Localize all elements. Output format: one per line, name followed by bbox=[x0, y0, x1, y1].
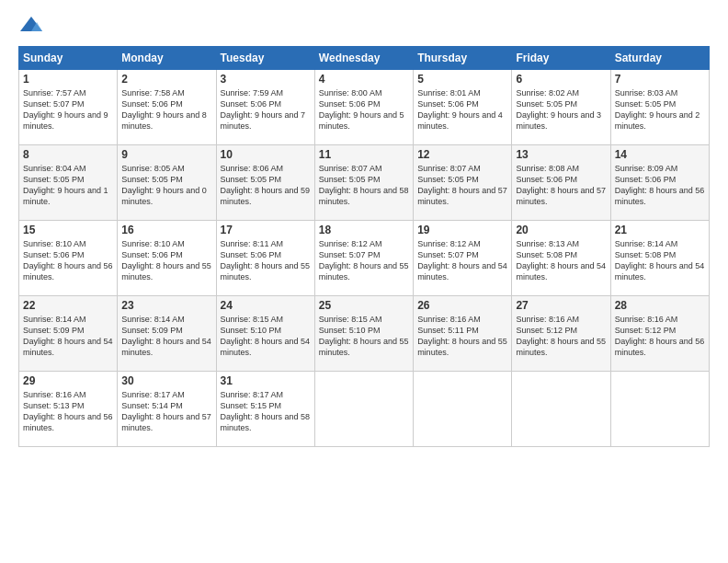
day-info: Sunrise: 8:09 AMSunset: 5:06 PMDaylight:… bbox=[615, 164, 705, 206]
day-number: 31 bbox=[221, 374, 311, 387]
calendar-week-5: 29 Sunrise: 8:16 AMSunset: 5:13 PMDaylig… bbox=[19, 372, 710, 447]
calendar-cell: 13 Sunrise: 8:08 AMSunset: 5:06 PMDaylig… bbox=[512, 145, 610, 221]
day-number: 22 bbox=[23, 299, 113, 312]
calendar-cell: 17 Sunrise: 8:11 AMSunset: 5:06 PMDaylig… bbox=[216, 221, 314, 296]
day-number: 19 bbox=[417, 224, 507, 236]
calendar-cell: 4 Sunrise: 8:00 AMSunset: 5:06 PMDayligh… bbox=[314, 70, 413, 145]
day-info: Sunrise: 8:14 AMSunset: 5:09 PMDaylight:… bbox=[121, 315, 211, 357]
day-info: Sunrise: 8:07 AMSunset: 5:05 PMDaylight:… bbox=[417, 164, 507, 206]
day-info: Sunrise: 8:01 AMSunset: 5:06 PMDaylight:… bbox=[417, 88, 503, 131]
calendar-cell: 2 Sunrise: 7:58 AMSunset: 5:06 PMDayligh… bbox=[118, 70, 216, 145]
day-number: 21 bbox=[615, 224, 705, 236]
calendar-cell: 27 Sunrise: 8:16 AMSunset: 5:12 PMDaylig… bbox=[512, 296, 610, 372]
day-number: 17 bbox=[221, 224, 311, 236]
day-number: 7 bbox=[615, 73, 705, 86]
calendar-body: 1 Sunrise: 7:57 AMSunset: 5:07 PMDayligh… bbox=[19, 70, 710, 447]
calendar-cell: 10 Sunrise: 8:06 AMSunset: 5:05 PMDaylig… bbox=[216, 145, 314, 221]
day-number: 30 bbox=[121, 374, 211, 387]
day-info: Sunrise: 7:59 AMSunset: 5:06 PMDaylight:… bbox=[221, 88, 306, 131]
calendar-header-wednesday: Wednesday bbox=[314, 47, 413, 70]
day-info: Sunrise: 8:17 AMSunset: 5:15 PMDaylight:… bbox=[221, 390, 311, 432]
day-info: Sunrise: 8:17 AMSunset: 5:14 PMDaylight:… bbox=[121, 390, 211, 432]
day-number: 13 bbox=[516, 148, 606, 161]
calendar-week-4: 22 Sunrise: 8:14 AMSunset: 5:09 PMDaylig… bbox=[19, 296, 710, 372]
calendar-cell: 23 Sunrise: 8:14 AMSunset: 5:09 PMDaylig… bbox=[118, 296, 216, 372]
calendar-cell: 28 Sunrise: 8:16 AMSunset: 5:12 PMDaylig… bbox=[610, 296, 709, 372]
calendar-cell bbox=[512, 372, 610, 447]
day-number: 9 bbox=[121, 148, 211, 161]
calendar-cell: 9 Sunrise: 8:05 AMSunset: 5:05 PMDayligh… bbox=[118, 145, 216, 221]
day-info: Sunrise: 8:16 AMSunset: 5:13 PMDaylight:… bbox=[23, 390, 113, 432]
calendar-header-thursday: Thursday bbox=[414, 47, 512, 70]
day-number: 24 bbox=[221, 299, 311, 312]
day-info: Sunrise: 7:57 AMSunset: 5:07 PMDaylight:… bbox=[23, 88, 108, 131]
day-info: Sunrise: 8:04 AMSunset: 5:05 PMDaylight:… bbox=[23, 164, 108, 206]
day-info: Sunrise: 8:06 AMSunset: 5:05 PMDaylight:… bbox=[221, 164, 311, 206]
day-info: Sunrise: 8:00 AMSunset: 5:06 PMDaylight:… bbox=[319, 88, 404, 131]
calendar-week-2: 8 Sunrise: 8:04 AMSunset: 5:05 PMDayligh… bbox=[19, 145, 710, 221]
calendar-header-row: SundayMondayTuesdayWednesdayThursdayFrid… bbox=[19, 47, 710, 70]
calendar-cell: 25 Sunrise: 8:15 AMSunset: 5:10 PMDaylig… bbox=[314, 296, 413, 372]
calendar-cell: 29 Sunrise: 8:16 AMSunset: 5:13 PMDaylig… bbox=[19, 372, 118, 447]
calendar-cell bbox=[314, 372, 413, 447]
calendar-cell bbox=[610, 372, 709, 447]
calendar-header-tuesday: Tuesday bbox=[216, 47, 314, 70]
day-info: Sunrise: 8:03 AMSunset: 5:05 PMDaylight:… bbox=[615, 88, 700, 131]
day-info: Sunrise: 8:16 AMSunset: 5:12 PMDaylight:… bbox=[615, 315, 705, 357]
day-info: Sunrise: 8:10 AMSunset: 5:06 PMDaylight:… bbox=[23, 239, 113, 282]
day-number: 5 bbox=[417, 73, 507, 86]
day-info: Sunrise: 8:15 AMSunset: 5:10 PMDaylight:… bbox=[221, 315, 311, 357]
day-number: 27 bbox=[516, 299, 606, 312]
calendar-cell: 7 Sunrise: 8:03 AMSunset: 5:05 PMDayligh… bbox=[610, 70, 709, 145]
calendar-week-1: 1 Sunrise: 7:57 AMSunset: 5:07 PMDayligh… bbox=[19, 70, 710, 145]
day-info: Sunrise: 8:12 AMSunset: 5:07 PMDaylight:… bbox=[417, 239, 507, 282]
calendar-cell: 20 Sunrise: 8:13 AMSunset: 5:08 PMDaylig… bbox=[512, 221, 610, 296]
calendar-cell: 15 Sunrise: 8:10 AMSunset: 5:06 PMDaylig… bbox=[19, 221, 118, 296]
day-info: Sunrise: 8:13 AMSunset: 5:08 PMDaylight:… bbox=[516, 239, 606, 282]
day-number: 12 bbox=[417, 148, 507, 161]
calendar-table: SundayMondayTuesdayWednesdayThursdayFrid… bbox=[18, 46, 710, 447]
header bbox=[18, 15, 710, 35]
calendar-cell: 24 Sunrise: 8:15 AMSunset: 5:10 PMDaylig… bbox=[216, 296, 314, 372]
logo-icon bbox=[18, 15, 44, 35]
calendar-cell: 12 Sunrise: 8:07 AMSunset: 5:05 PMDaylig… bbox=[414, 145, 512, 221]
day-number: 8 bbox=[23, 148, 113, 161]
day-number: 28 bbox=[615, 299, 705, 312]
calendar-header-saturday: Saturday bbox=[610, 47, 709, 70]
calendar-cell: 8 Sunrise: 8:04 AMSunset: 5:05 PMDayligh… bbox=[19, 145, 118, 221]
calendar-cell: 30 Sunrise: 8:17 AMSunset: 5:14 PMDaylig… bbox=[118, 372, 216, 447]
calendar-cell: 14 Sunrise: 8:09 AMSunset: 5:06 PMDaylig… bbox=[610, 145, 709, 221]
calendar-header-sunday: Sunday bbox=[19, 47, 118, 70]
calendar-header-monday: Monday bbox=[118, 47, 216, 70]
day-number: 20 bbox=[516, 224, 606, 236]
calendar-cell: 22 Sunrise: 8:14 AMSunset: 5:09 PMDaylig… bbox=[19, 296, 118, 372]
day-number: 26 bbox=[417, 299, 507, 312]
day-number: 25 bbox=[319, 299, 409, 312]
calendar-header-friday: Friday bbox=[512, 47, 610, 70]
calendar-cell: 3 Sunrise: 7:59 AMSunset: 5:06 PMDayligh… bbox=[216, 70, 314, 145]
day-info: Sunrise: 8:07 AMSunset: 5:05 PMDaylight:… bbox=[319, 164, 409, 206]
calendar-cell: 26 Sunrise: 8:16 AMSunset: 5:11 PMDaylig… bbox=[414, 296, 512, 372]
day-info: Sunrise: 8:10 AMSunset: 5:06 PMDaylight:… bbox=[121, 239, 211, 282]
logo bbox=[18, 15, 48, 35]
calendar-cell: 6 Sunrise: 8:02 AMSunset: 5:05 PMDayligh… bbox=[512, 70, 610, 145]
day-number: 4 bbox=[319, 73, 409, 86]
day-info: Sunrise: 7:58 AMSunset: 5:06 PMDaylight:… bbox=[121, 88, 207, 131]
day-info: Sunrise: 8:15 AMSunset: 5:10 PMDaylight:… bbox=[319, 315, 409, 357]
day-info: Sunrise: 8:02 AMSunset: 5:05 PMDaylight:… bbox=[516, 88, 601, 131]
day-info: Sunrise: 8:05 AMSunset: 5:05 PMDaylight:… bbox=[121, 164, 207, 206]
day-info: Sunrise: 8:14 AMSunset: 5:08 PMDaylight:… bbox=[615, 239, 705, 282]
calendar-cell: 21 Sunrise: 8:14 AMSunset: 5:08 PMDaylig… bbox=[610, 221, 709, 296]
day-info: Sunrise: 8:12 AMSunset: 5:07 PMDaylight:… bbox=[319, 239, 409, 282]
day-number: 16 bbox=[121, 224, 211, 236]
day-number: 2 bbox=[121, 73, 211, 86]
day-number: 15 bbox=[23, 224, 113, 236]
day-number: 23 bbox=[121, 299, 211, 312]
calendar-cell: 19 Sunrise: 8:12 AMSunset: 5:07 PMDaylig… bbox=[414, 221, 512, 296]
day-number: 29 bbox=[23, 374, 113, 387]
day-number: 1 bbox=[23, 73, 113, 86]
page: SundayMondayTuesdayWednesdayThursdayFrid… bbox=[0, 0, 728, 563]
calendar-cell: 16 Sunrise: 8:10 AMSunset: 5:06 PMDaylig… bbox=[118, 221, 216, 296]
calendar-cell: 1 Sunrise: 7:57 AMSunset: 5:07 PMDayligh… bbox=[19, 70, 118, 145]
day-info: Sunrise: 8:16 AMSunset: 5:11 PMDaylight:… bbox=[417, 315, 507, 357]
